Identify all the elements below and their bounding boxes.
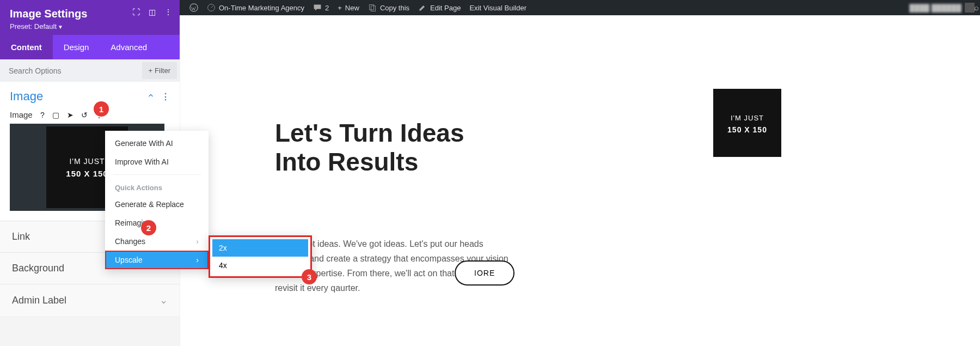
- search-row: +Filter: [0, 59, 180, 82]
- exit-vb-link[interactable]: Exit Visual Builder: [465, 4, 531, 12]
- copy-text: Copy this: [380, 4, 409, 12]
- exit-text: Exit Visual Builder: [469, 4, 526, 12]
- pencil-icon: [418, 3, 427, 12]
- plus-icon: +: [338, 4, 342, 12]
- comments-link[interactable]: 2: [309, 3, 333, 12]
- filter-label: Filter: [155, 66, 170, 75]
- tile-text1: I'M JUST: [713, 89, 781, 122]
- caret-down-icon: ▼: [58, 24, 63, 30]
- tab-content[interactable]: Content: [0, 35, 53, 59]
- learn-more-button[interactable]: IORE: [455, 260, 514, 286]
- annotation-3: 3: [302, 269, 317, 284]
- preset-value: Default: [34, 22, 57, 31]
- edit-page-link[interactable]: Edit Page: [414, 3, 465, 12]
- chevron-up-icon[interactable]: [147, 92, 155, 99]
- menu-reimagine[interactable]: Reimagine: [105, 214, 209, 232]
- section-title: Image: [10, 89, 43, 104]
- new-text: New: [345, 4, 359, 12]
- panel-preset[interactable]: Preset: Default▼: [10, 22, 170, 31]
- reset-icon[interactable]: ↺: [81, 111, 88, 119]
- user-greeting[interactable]: ████ ██████: [909, 4, 961, 12]
- plus-icon: +: [149, 66, 153, 75]
- new-link[interactable]: +New: [333, 4, 364, 12]
- svg-rect-2: [369, 4, 373, 10]
- menu-upscale[interactable]: Upscale: [105, 251, 209, 269]
- ai-menu: Generate With AI Improve With AI Quick A…: [105, 131, 209, 269]
- header-icons: ⛶ ◫ ⋮: [132, 8, 172, 16]
- panel-header: Image Settings Preset: Default▼ ⛶ ◫ ⋮: [0, 0, 180, 35]
- accordion-label: Background: [12, 263, 64, 274]
- filter-button[interactable]: +Filter: [142, 62, 177, 79]
- wp-admin-bar: On-Time Marketing Agency 2 +New Copy thi…: [180, 0, 980, 15]
- search-icon[interactable]: ⌕: [974, 3, 979, 12]
- wordpress-icon: [189, 3, 198, 12]
- expand-icon[interactable]: ⛶: [132, 8, 140, 16]
- content-image-tile[interactable]: I'M JUST 150 X 150: [713, 89, 781, 157]
- menu-section-label: Quick Actions: [105, 178, 209, 195]
- copy-icon: [368, 3, 377, 12]
- hover-icon[interactable]: ➤: [67, 111, 74, 119]
- tile-text2: 150 X 150: [713, 125, 781, 134]
- menu-generate-ai[interactable]: Generate With AI: [105, 134, 209, 153]
- page-canvas: Let's Turn Ideas Into Results You've got…: [180, 15, 980, 346]
- separator: [113, 174, 201, 175]
- chevron-down-icon: ⌄: [160, 294, 168, 306]
- hero-heading: Let's Turn Ideas Into Results: [275, 119, 509, 177]
- svg-point-0: [190, 4, 198, 11]
- menu-changes[interactable]: Changes: [105, 232, 209, 251]
- submenu-2x[interactable]: 2x: [212, 239, 308, 257]
- svg-rect-3: [371, 6, 375, 11]
- avatar[interactable]: [965, 3, 975, 13]
- site-name-text: On-Time Marketing Agency: [219, 4, 304, 12]
- image-label: Image: [10, 110, 33, 119]
- menu-icon[interactable]: ⋮: [164, 8, 172, 16]
- comments-count: 2: [325, 4, 329, 12]
- dashboard-icon: [207, 3, 216, 12]
- search-input[interactable]: [0, 60, 139, 81]
- help-icon[interactable]: ?: [40, 111, 45, 119]
- annotation-1: 1: [94, 101, 109, 117]
- accordion-admin-label[interactable]: Admin Label⌄: [0, 284, 180, 316]
- upscale-submenu: 2x 4x: [209, 235, 312, 278]
- adminbar-right: ████ ██████ ⌕: [909, 3, 975, 13]
- section-image[interactable]: Image ⋮: [0, 82, 180, 107]
- copy-link[interactable]: Copy this: [364, 3, 414, 12]
- wp-logo[interactable]: [185, 3, 203, 12]
- responsive-icon[interactable]: ▢: [52, 111, 59, 119]
- comment-icon: [313, 3, 322, 12]
- snap-icon[interactable]: ◫: [149, 8, 156, 16]
- menu-generate-replace[interactable]: Generate & Replace: [105, 195, 209, 214]
- annotation-2: 2: [141, 220, 156, 235]
- tab-design[interactable]: Design: [53, 35, 100, 59]
- accordion-label: Link: [12, 231, 30, 242]
- preset-label: Preset:: [10, 22, 32, 31]
- accordion-label: Admin Label: [12, 295, 66, 306]
- kebab-icon[interactable]: ⋮: [161, 92, 170, 102]
- tabs: Content Design Advanced: [0, 35, 180, 59]
- menu-improve-ai[interactable]: Improve With AI: [105, 153, 209, 171]
- image-field-row: Image ? ▢ ➤ ↺ ⋮: [0, 107, 180, 120]
- section-controls: ⋮: [147, 92, 170, 102]
- edit-text: Edit Page: [430, 4, 461, 12]
- submenu-4x[interactable]: 4x: [212, 257, 308, 274]
- site-name[interactable]: On-Time Marketing Agency: [203, 3, 309, 12]
- tab-advanced[interactable]: Advanced: [100, 35, 158, 59]
